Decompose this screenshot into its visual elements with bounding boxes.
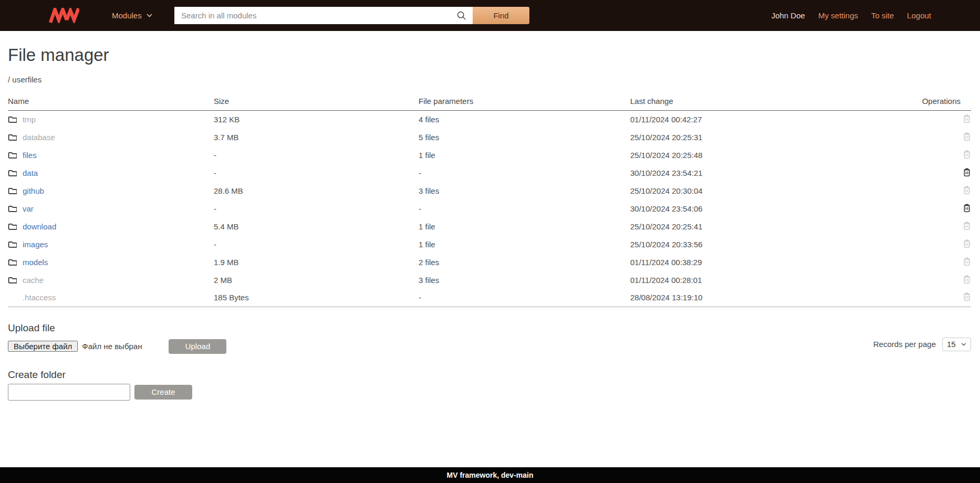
file-row: models1.9 MB2 files01/11/2024 00:38:29 — [8, 253, 971, 271]
global-search: Find — [174, 7, 529, 24]
delete-icon — [963, 221, 971, 230]
file-parameters: 4 files — [419, 110, 630, 128]
file-name[interactable]: images — [23, 240, 48, 249]
modules-menu[interactable]: Modules — [112, 0, 152, 31]
file-row: cache2 MB3 files01/11/2024 00:28:01 — [8, 271, 971, 289]
file-size: 185 Bytes — [214, 289, 419, 307]
file-row: download5.4 MB1 file25/10/2024 20:25:41 — [8, 217, 971, 235]
records-per-page-label: Records per page — [873, 340, 936, 349]
search-input[interactable] — [174, 7, 473, 24]
col-header-size: Size — [214, 96, 419, 111]
breadcrumb: / userfiles — [8, 75, 971, 85]
upload-heading: Upload file — [8, 322, 971, 334]
file-size: 28.6 MB — [214, 182, 419, 200]
file-size: - — [214, 235, 419, 253]
file-icon-placeholder — [8, 293, 17, 301]
file-row: .htaccess185 Bytes-28/08/2024 13:19:10 — [8, 289, 971, 307]
navbar-right: John Doe My settings To site Logout — [772, 0, 931, 31]
footer: MV framework, dev-main — [0, 467, 980, 483]
file-size: - — [214, 146, 419, 164]
no-file-chosen-label: Файл не выбран — [82, 342, 142, 351]
chevron-down-icon — [147, 14, 152, 17]
file-parameters: 5 files — [419, 128, 630, 146]
records-per-page-value: 15 — [947, 340, 956, 349]
create-button[interactable]: Create — [134, 385, 192, 400]
delete-icon — [963, 150, 971, 159]
file-parameters: 1 file — [419, 146, 630, 164]
records-per-page: Records per page 15 — [873, 338, 971, 351]
last-change: 25/10/2024 20:25:48 — [630, 146, 921, 164]
file-manager-page: File manager / userfiles Name Size File … — [0, 45, 980, 401]
file-size: 5.4 MB — [214, 217, 419, 235]
folder-icon — [8, 258, 17, 266]
file-parameters: 1 file — [419, 217, 630, 235]
col-header-name: Name — [8, 96, 214, 111]
file-table: Name Size File parameters Last change Op… — [8, 96, 971, 307]
file-name[interactable]: files — [23, 151, 37, 160]
file-row: data--30/10/2024 23:54:21 — [8, 164, 971, 182]
col-header-file-parameters: File parameters — [419, 96, 630, 111]
delete-icon — [963, 114, 971, 123]
last-change: 25/10/2024 20:33:56 — [630, 235, 921, 253]
file-name[interactable]: github — [23, 186, 44, 195]
nav-link-logout[interactable]: Logout — [907, 11, 931, 20]
footer-text: MV framework, dev-main — [447, 471, 534, 479]
folder-icon — [8, 205, 17, 213]
last-change: 30/10/2024 23:54:21 — [630, 164, 921, 182]
file-parameters: 3 files — [419, 271, 630, 289]
delete-icon — [963, 275, 971, 284]
find-button[interactable]: Find — [473, 7, 529, 24]
delete-icon[interactable] — [963, 203, 971, 213]
file-name[interactable]: data — [23, 169, 38, 177]
nav-link-my-settings[interactable]: My settings — [818, 11, 858, 20]
user-name: John Doe — [772, 11, 805, 20]
folder-icon — [8, 240, 17, 248]
file-name[interactable]: download — [23, 222, 56, 231]
folder-icon — [8, 116, 17, 123]
last-change: 25/10/2024 20:25:31 — [630, 128, 921, 146]
file-name[interactable]: var — [23, 204, 34, 213]
folder-icon — [8, 169, 17, 177]
file-name: database — [23, 133, 55, 142]
navbar: Modules Find John Doe My settings To sit… — [0, 0, 980, 31]
folder-icon — [8, 187, 17, 195]
upload-button[interactable]: Upload — [169, 339, 226, 354]
col-header-last-change: Last change — [630, 96, 921, 111]
last-change: 01/11/2024 00:42:27 — [630, 110, 921, 128]
delete-icon[interactable] — [963, 167, 971, 177]
last-change: 01/11/2024 00:28:01 — [630, 271, 921, 289]
create-folder-section: Create folder Create — [8, 369, 971, 401]
last-change: 30/10/2024 23:54:06 — [630, 200, 921, 217]
file-parameters: - — [419, 164, 630, 182]
modules-label: Modules — [112, 11, 142, 20]
delete-icon — [963, 185, 971, 195]
folder-name-input[interactable] — [8, 384, 130, 401]
file-size: - — [214, 164, 419, 182]
file-parameters: 1 file — [419, 235, 630, 253]
file-parameters: - — [419, 200, 630, 217]
folder-icon — [8, 133, 17, 141]
records-per-page-select[interactable]: 15 — [942, 338, 971, 351]
file-parameters: 3 files — [419, 182, 630, 200]
file-row: files-1 file25/10/2024 20:25:48 — [8, 146, 971, 164]
mv-logo-icon — [49, 8, 79, 25]
file-name: tmp — [23, 115, 36, 124]
folder-icon — [8, 223, 17, 230]
delete-icon — [963, 132, 971, 141]
chevron-down-icon — [961, 343, 966, 346]
table-header-row: Name Size File parameters Last change Op… — [8, 96, 971, 111]
bottom-section: Upload file Выберите файл Файл не выбран… — [8, 322, 971, 354]
last-change: 25/10/2024 20:30:04 — [630, 182, 921, 200]
file-row: images-1 file25/10/2024 20:33:56 — [8, 235, 971, 253]
file-row: var--30/10/2024 23:54:06 — [8, 200, 971, 217]
search-icon — [456, 10, 467, 23]
file-name: .htaccess — [23, 293, 56, 302]
delete-icon — [963, 292, 971, 301]
file-size: 312 KB — [214, 110, 419, 128]
file-parameters: - — [419, 289, 630, 307]
delete-icon — [963, 239, 971, 248]
file-name[interactable]: models — [23, 258, 48, 267]
choose-file-button[interactable]: Выберите файл — [8, 341, 78, 352]
nav-link-to-site[interactable]: To site — [871, 11, 894, 20]
col-header-operations: Operations — [921, 96, 971, 111]
